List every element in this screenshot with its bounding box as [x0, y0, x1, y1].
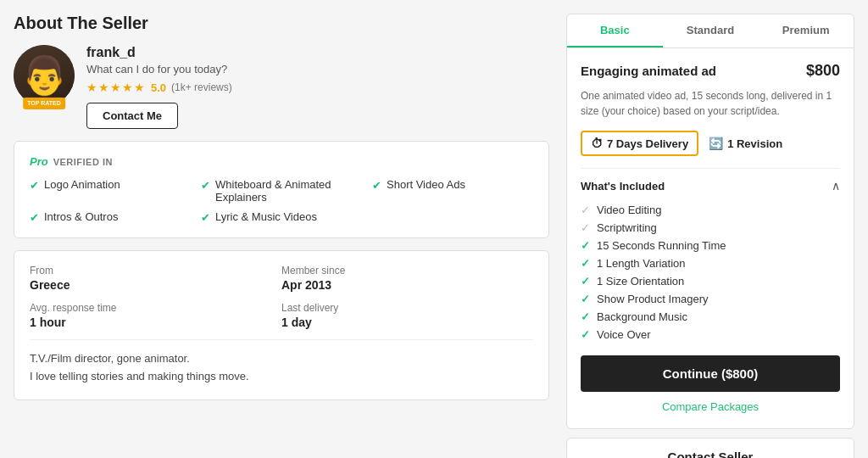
package-body: Engaging animated ad $800 One animated v…	[567, 48, 854, 428]
skill-label: Short Video Ads	[387, 178, 465, 191]
stat-last-delivery-value: 1 day	[281, 316, 533, 329]
skill-item: ✔ Lyric & Music Videos	[201, 210, 362, 224]
revision-info: 🔄 1 Revision	[709, 137, 782, 150]
seller-info: frank_d What can I do for you today? ★★★…	[86, 45, 549, 129]
included-list: ✓ Video Editing ✓ Scriptwriting ✓ 15 Sec…	[581, 201, 840, 344]
item-label: Show Product Imagery	[597, 293, 709, 305]
clock-icon: ⏱	[591, 137, 603, 150]
list-item: ✓ Show Product Imagery	[581, 290, 840, 308]
check-no-icon: ✓	[581, 204, 590, 216]
top-rated-badge: TOP RATED	[23, 98, 65, 109]
skill-label: Intros & Outros	[44, 210, 118, 223]
stat-last-delivery-label: Last delivery	[281, 302, 533, 314]
tab-standard[interactable]: Standard	[663, 14, 759, 47]
compare-packages-link[interactable]: Compare Packages	[581, 400, 840, 413]
rating-score: 5.0	[151, 81, 166, 94]
skills-grid: ✔ Logo Animation ✔ Whiteboard & Animated…	[30, 178, 533, 224]
item-label: Voice Over	[597, 328, 651, 341]
skill-label: Logo Animation	[44, 178, 120, 191]
seller-tagline: What can I do for you today?	[86, 63, 549, 75]
pro-logo: Pro	[30, 155, 48, 168]
bio-line2: I love telling stories and making things…	[30, 368, 533, 386]
item-label: 1 Length Variation	[597, 257, 686, 270]
right-panel: Basic Standard Premium Engaging animated…	[566, 14, 854, 458]
check-no-icon: ✓	[581, 221, 590, 234]
seller-name: frank_d	[86, 45, 549, 60]
stat-response-value: 1 hour	[30, 316, 281, 329]
skill-label: Whiteboard & Animated Explainers	[215, 178, 362, 204]
list-item: ✓ Scriptwriting	[581, 219, 840, 237]
package-description: One animated video ad, 15 seconds long, …	[581, 88, 840, 119]
revision-icon: 🔄	[709, 137, 723, 150]
check-yes-icon: ✓	[581, 310, 590, 323]
stat-from-value: Greece	[30, 278, 281, 292]
left-panel: About The Seller TOP RATED frank_d What …	[14, 14, 549, 458]
skill-check-icon: ✔	[201, 211, 210, 224]
collapse-icon[interactable]: ∧	[832, 179, 840, 193]
package-tabs: Basic Standard Premium	[567, 14, 854, 48]
stats-grid: From Greece Member since Apr 2013 Avg. r…	[30, 265, 533, 329]
verified-box: Pro VERIFIED IN ✔ Logo Animation ✔ White…	[14, 141, 549, 238]
star-icons: ★★★★★	[86, 81, 146, 94]
tab-premium[interactable]: Premium	[758, 14, 854, 47]
item-label: 15 Seconds Running Time	[597, 239, 726, 252]
stat-member-label: Member since	[281, 265, 533, 276]
included-header: What's Included ∧	[581, 179, 840, 193]
stats-divider	[30, 339, 533, 340]
delivery-days: 7 Days Delivery	[607, 137, 688, 150]
contact-seller-button[interactable]: Contact Seller	[566, 438, 854, 458]
avatar	[14, 45, 75, 106]
package-header: Engaging animated ad $800	[581, 62, 840, 80]
package-name: Engaging animated ad	[581, 64, 716, 78]
skill-check-icon: ✔	[372, 179, 381, 192]
package-price: $800	[806, 62, 840, 80]
stat-member-value: Apr 2013	[281, 278, 533, 292]
list-item: ✓ Background Music	[581, 308, 840, 326]
contact-me-button[interactable]: Contact Me	[86, 103, 178, 129]
item-label: Scriptwriting	[597, 221, 657, 234]
check-yes-icon: ✓	[581, 275, 590, 288]
whats-included: What's Included ∧ ✓ Video Editing ✓ Scri…	[581, 168, 840, 413]
stats-box: From Greece Member since Apr 2013 Avg. r…	[14, 250, 549, 400]
check-yes-icon: ✓	[581, 257, 590, 270]
section-title: About The Seller	[14, 14, 549, 33]
skill-item: ✔ Short Video Ads	[372, 178, 533, 204]
stat-response-label: Avg. response time	[30, 302, 281, 314]
skill-check-icon: ✔	[30, 211, 39, 224]
stat-response: Avg. response time 1 hour	[30, 302, 281, 329]
page-container: About The Seller TOP RATED frank_d What …	[14, 14, 854, 458]
item-label: Background Music	[597, 310, 687, 323]
check-yes-icon: ✓	[581, 328, 590, 341]
revision-count: 1 Revision	[727, 137, 782, 150]
check-yes-icon: ✓	[581, 239, 590, 252]
skill-check-icon: ✔	[201, 179, 210, 192]
skill-item: ✔ Intros & Outros	[30, 210, 191, 224]
delivery-badge: ⏱ 7 Days Delivery	[581, 131, 698, 156]
avatar-wrap: TOP RATED	[14, 45, 75, 106]
check-yes-icon: ✓	[581, 293, 590, 305]
included-title: What's Included	[581, 180, 665, 193]
bio-line1: T.V./Film director, gone animator.	[30, 350, 533, 368]
continue-button[interactable]: Continue ($800)	[581, 355, 840, 392]
seller-bio: T.V./Film director, gone animator. I lov…	[30, 350, 533, 386]
skill-item: ✔ Logo Animation	[30, 178, 191, 204]
stat-from-label: From	[30, 265, 281, 276]
list-item: ✓ 15 Seconds Running Time	[581, 237, 840, 254]
delivery-info: ⏱ 7 Days Delivery 🔄 1 Revision	[581, 131, 840, 156]
item-label: 1 Size Orientation	[597, 275, 684, 288]
verified-label: VERIFIED IN	[53, 157, 113, 167]
skill-label: Lyric & Music Videos	[215, 210, 317, 223]
review-count: (1k+ reviews)	[171, 81, 232, 93]
skill-item: ✔ Whiteboard & Animated Explainers	[201, 178, 362, 204]
seller-card: TOP RATED frank_d What can I do for you …	[14, 45, 549, 129]
verified-header: Pro VERIFIED IN	[30, 155, 533, 168]
item-label: Video Editing	[597, 204, 661, 216]
list-item: ✓ 1 Length Variation	[581, 254, 840, 272]
avatar-face	[14, 45, 75, 106]
list-item: ✓ Voice Over	[581, 326, 840, 344]
skill-check-icon: ✔	[30, 179, 39, 192]
list-item: ✓ 1 Size Orientation	[581, 272, 840, 290]
tab-basic[interactable]: Basic	[567, 14, 663, 47]
package-card: Basic Standard Premium Engaging animated…	[566, 14, 854, 429]
stat-member: Member since Apr 2013	[281, 265, 533, 292]
